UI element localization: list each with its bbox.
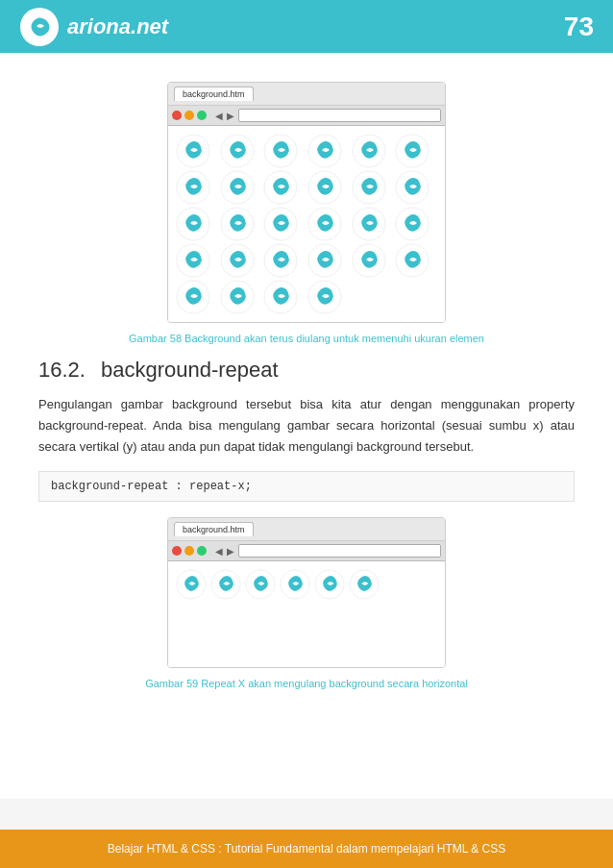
logo-icon <box>19 7 60 47</box>
icon-grid-1 <box>176 134 437 314</box>
browser-body-1 <box>168 126 445 322</box>
browser-toolbar-1: background.htm <box>168 83 445 106</box>
figure1-caption: Gambar 58 Background akan terus diulang … <box>38 333 575 344</box>
browser-nav-1: ◀ ▶ <box>215 109 441 122</box>
tile-icon <box>220 170 255 205</box>
fwd-arrow-2: ▶ <box>227 546 234 557</box>
row-icon <box>210 569 241 600</box>
browser-mockup-1: background.htm ◀ ▶ <box>167 82 446 323</box>
tile-icon <box>176 207 210 241</box>
figure2-caption: Gambar 59 Repeat X akan mengulang backgr… <box>38 678 575 689</box>
tile-icon <box>176 170 210 205</box>
back-arrow-2: ◀ <box>215 546 223 557</box>
tile-icon <box>176 280 210 314</box>
tile-icon <box>307 170 342 205</box>
section-heading: 16.2. background-repeat <box>38 358 575 383</box>
tile-icon <box>220 243 255 278</box>
row-icon <box>314 569 345 600</box>
tile-icon <box>263 170 298 205</box>
browser-tab-1: background.htm <box>174 87 254 101</box>
tile-icon <box>220 280 255 314</box>
browser-controls-2: ◀ ▶ <box>168 541 445 561</box>
browser-body-2 <box>168 561 445 667</box>
tile-icon <box>395 207 429 241</box>
row-icon <box>176 569 207 600</box>
tile-icon <box>176 243 210 278</box>
tile-icon <box>307 243 342 278</box>
row-icon <box>245 569 276 600</box>
close-btn <box>172 111 182 120</box>
tile-icon <box>263 280 298 314</box>
site-name: ariona.net <box>67 14 168 39</box>
browser-tab-2: background.htm <box>174 522 254 536</box>
section-number: 16.2. <box>38 358 86 383</box>
tile-icon <box>395 170 429 205</box>
logo-area: ariona.net <box>19 7 168 47</box>
body-paragraph: Pengulangan gambar background tersebut b… <box>38 394 575 458</box>
browser-nav-2: ◀ ▶ <box>215 544 441 558</box>
address-bar <box>238 109 441 122</box>
tile-icon <box>220 134 255 168</box>
min-btn-2 <box>184 546 194 556</box>
max-btn-2 <box>197 546 207 556</box>
header: ariona.net 73 <box>0 0 613 53</box>
tile-icon <box>395 134 429 168</box>
tile-icon <box>176 134 210 168</box>
tile-icon <box>395 243 429 278</box>
tile-icon <box>307 280 342 314</box>
fwd-arrow: ▶ <box>227 111 234 121</box>
tile-icon <box>307 207 342 241</box>
min-btn <box>184 111 194 120</box>
footer-text: Belajar HTML & CSS : Tutorial Fundamenta… <box>108 842 506 856</box>
code-block: background-repeat : repeat-x; <box>38 471 575 502</box>
row-icon <box>280 569 310 600</box>
tile-icon <box>352 134 386 168</box>
tile-icon <box>263 207 298 241</box>
address-bar-2 <box>238 544 441 558</box>
icon-row <box>176 569 437 600</box>
browser-mockup-2: background.htm ◀ ▶ <box>167 517 446 668</box>
section-title: background-repeat <box>101 358 279 383</box>
tile-icon <box>307 134 342 168</box>
code-text: background-repeat : repeat-x; <box>51 480 252 493</box>
tile-icon <box>263 134 298 168</box>
row-icon <box>349 569 380 600</box>
browser-toolbar-2: background.htm <box>168 518 445 541</box>
page-number: 73 <box>564 12 594 42</box>
browser-controls-1: ◀ ▶ <box>168 106 445 126</box>
main-content: background.htm ◀ ▶ <box>0 53 613 799</box>
tile-icon <box>220 207 255 241</box>
footer: Belajar HTML & CSS : Tutorial Fundamenta… <box>0 830 613 868</box>
back-arrow: ◀ <box>215 111 223 121</box>
tile-icon <box>352 170 386 205</box>
tile-icon <box>263 243 298 278</box>
tile-icon <box>352 207 386 241</box>
close-btn-2 <box>172 546 182 556</box>
tile-icon <box>352 243 386 278</box>
max-btn <box>197 111 207 120</box>
